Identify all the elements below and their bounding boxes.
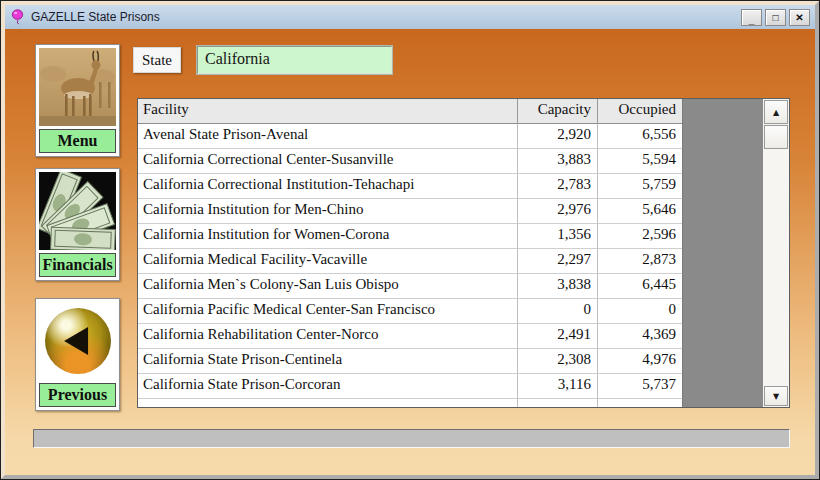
capacity-cell: 2,308 <box>518 349 598 374</box>
occupied-cell: 4,976 <box>598 349 683 374</box>
facility-cell: California Rehabilitation Center-Norco <box>138 324 518 349</box>
grid-filler <box>682 99 762 407</box>
capacity-cell: 2,491 <box>518 324 598 349</box>
capacity-cell: 3,838 <box>518 274 598 299</box>
capacity-cell: 3,116 <box>518 374 598 399</box>
facility-cell: California State Prison-Centinela <box>138 349 518 374</box>
window-frame: GAZELLE State Prisons _ □ ✕ <box>1 1 819 479</box>
col-header-facility: Facility <box>138 99 518 124</box>
capacity-cell: 2,297 <box>518 249 598 274</box>
table-row[interactable]: California Correctional Center-Susanvill… <box>138 149 683 174</box>
maximize-button[interactable]: □ <box>765 9 786 26</box>
scroll-up-icon[interactable]: ▲ <box>764 100 788 124</box>
menu-button-label: Menu <box>39 129 116 153</box>
previous-button[interactable]: Previous <box>35 298 120 411</box>
occupied-cell: 6,445 <box>598 274 683 299</box>
app-window: GAZELLE State Prisons _ □ ✕ <box>0 0 820 480</box>
col-header-occupied: Occupied <box>598 99 683 124</box>
facility-cell: Avenal State Prison-Avenal <box>138 124 518 149</box>
vertical-scrollbar[interactable]: ▲ ▼ <box>762 99 789 407</box>
facility-cell: California State Prison-Corcoran <box>138 374 518 399</box>
balloon-icon[interactable] <box>10 9 26 25</box>
financials-button-label: Financials <box>39 253 116 277</box>
table-row[interactable]: California Institution for Men-Chino 2,9… <box>138 199 683 224</box>
facility-cell: California Institution for Women-Corona <box>138 224 518 249</box>
scrollbar-track[interactable] <box>763 149 789 386</box>
table-row[interactable]: California Rehabilitation Center-Norco 2… <box>138 324 683 349</box>
table-row[interactable]: California State Prison-Corcoran 3,116 5… <box>138 374 683 399</box>
back-sphere-icon <box>39 302 116 380</box>
status-bar <box>33 429 790 448</box>
previous-button-label: Previous <box>39 383 116 407</box>
gazelle-photo-icon <box>39 48 116 126</box>
facility-cell: California Medical Facility-Vacaville <box>138 249 518 274</box>
table-row[interactable]: California Medical Facility-Vacaville 2,… <box>138 249 683 274</box>
table-row[interactable]: California Correctional Institution-Teha… <box>138 174 683 199</box>
table-row[interactable]: California State Prison-Centinela 2,308 … <box>138 349 683 374</box>
capacity-cell: 3,883 <box>518 149 598 174</box>
table-row[interactable]: California Pacific Medical Center-San Fr… <box>138 299 683 324</box>
col-header-capacity: Capacity <box>518 99 598 124</box>
facilities-grid: Facility Capacity Occupied Avenal State … <box>137 98 790 408</box>
facility-cell: California Pacific Medical Center-San Fr… <box>138 299 518 324</box>
occupied-cell: 5,594 <box>598 149 683 174</box>
state-input[interactable]: California <box>197 46 392 74</box>
window-title: GAZELLE State Prisons <box>31 10 741 24</box>
scrollbar-thumb[interactable] <box>764 125 788 149</box>
occupied-cell: 6,556 <box>598 124 683 149</box>
close-button[interactable]: ✕ <box>789 9 810 26</box>
grid-header-row: Facility Capacity Occupied <box>138 99 683 124</box>
back-arrow-icon <box>64 327 88 355</box>
capacity-cell: 2,976 <box>518 199 598 224</box>
occupied-cell: 5,646 <box>598 199 683 224</box>
table-row[interactable]: California Men`s Colony-San Luis Obispo … <box>138 274 683 299</box>
occupied-cell: 2,596 <box>598 224 683 249</box>
occupied-cell: 4,369 <box>598 324 683 349</box>
state-label: State <box>133 47 181 73</box>
minimize-button[interactable]: _ <box>741 9 762 26</box>
capacity-cell: 2,920 <box>518 124 598 149</box>
titlebar[interactable]: GAZELLE State Prisons _ □ ✕ <box>5 5 815 29</box>
occupied-cell: 2,873 <box>598 249 683 274</box>
menu-button[interactable]: Menu <box>35 44 120 157</box>
capacity-cell: 0 <box>518 299 598 324</box>
capacity-cell: 1,356 <box>518 224 598 249</box>
financials-button[interactable]: Financials <box>35 168 120 281</box>
occupied-cell: 5,759 <box>598 174 683 199</box>
facility-cell: California Men`s Colony-San Luis Obispo <box>138 274 518 299</box>
occupied-cell: 5,737 <box>598 374 683 399</box>
facility-cell: California Institution for Men-Chino <box>138 199 518 224</box>
capacity-cell: 2,783 <box>518 174 598 199</box>
facility-cell: California Correctional Center-Susanvill… <box>138 149 518 174</box>
money-photo-icon <box>39 172 116 250</box>
table-row-empty <box>138 399 683 407</box>
facility-cell: California Correctional Institution-Teha… <box>138 174 518 199</box>
occupied-cell: 0 <box>598 299 683 324</box>
scroll-down-icon[interactable]: ▼ <box>764 386 788 406</box>
table-row[interactable]: California Institution for Women-Corona … <box>138 224 683 249</box>
table-row[interactable]: Avenal State Prison-Avenal 2,920 6,556 <box>138 124 683 149</box>
content-area: Menu <box>5 29 815 475</box>
